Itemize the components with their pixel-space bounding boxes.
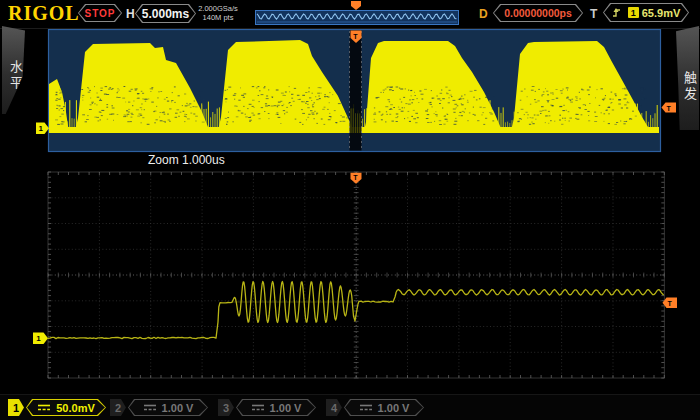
timebase-value: 5.000ms (142, 7, 189, 21)
horizontal-label: H (126, 7, 135, 21)
dc-coupling-icon (143, 404, 157, 411)
zoom-region-window[interactable] (350, 31, 362, 151)
channel-3-badge[interactable]: 3 1.00 V (218, 399, 316, 416)
channel-1-position-marker[interactable]: 1 (33, 333, 48, 345)
svg-text:1: 1 (39, 124, 44, 133)
edge-trigger-icon (612, 7, 625, 18)
channel-1-badge[interactable]: 1 50.0mV (8, 399, 106, 416)
memory-waveform-strip[interactable] (255, 10, 459, 25)
memory-depth: 140M pts (196, 13, 240, 22)
dc-coupling-icon (359, 404, 373, 411)
svg-text:T: T (353, 174, 358, 181)
timebase-badge[interactable]: 5.000ms (135, 4, 196, 23)
channel-2-number: 2 (110, 399, 126, 416)
trigger-position-icon[interactable] (349, 1, 363, 11)
channel-4-number: 4 (326, 399, 342, 416)
trigger-label: T (590, 7, 597, 21)
delay-value: 0.00000000ps (504, 7, 572, 19)
channel-2-badge[interactable]: 2 1.00 V (110, 399, 208, 416)
channel-1-number: 1 (8, 399, 24, 416)
channel-4-scale: 1.00 V (378, 402, 410, 414)
zoom-scale-label: Zoom 1.000us (148, 153, 225, 167)
channel-1-scale: 50.0mV (56, 402, 95, 414)
status-bar: RIGOL STOP H 5.000ms 2.000GSa/s 140M pts… (0, 0, 700, 29)
run-state-badge[interactable]: STOP (78, 4, 122, 22)
svg-text:T: T (353, 33, 358, 40)
trigger-level-marker[interactable]: T (662, 103, 677, 113)
svg-text:T: T (668, 300, 673, 307)
trigger-position-marker[interactable]: T (351, 173, 362, 184)
svg-text:1: 1 (36, 334, 41, 343)
channel-status-bar: 1 50.0mV 2 (0, 394, 700, 420)
acquisition-info: 2.000GSa/s 140M pts (196, 4, 240, 22)
delay-label: D (479, 7, 488, 21)
trigger-info-badge[interactable]: 1 65.9mV (603, 3, 689, 22)
oscilloscope-screen: RIGOL STOP H 5.000ms 2.000GSa/s 140M pts… (0, 0, 700, 420)
sample-rate: 2.000GSa/s (196, 4, 240, 13)
zoomed-out-waveform-window: T 1 T (30, 29, 680, 153)
trigger-level-value: 65.9mV (642, 7, 681, 19)
channel-2-scale: 1.00 V (162, 402, 194, 414)
svg-text:T: T (667, 105, 672, 112)
dc-coupling-icon (251, 404, 265, 411)
trigger-source-badge: 1 (628, 7, 639, 18)
delay-badge[interactable]: 0.00000000ps (493, 4, 583, 22)
graticule (48, 172, 664, 378)
channel-3-scale: 1.00 V (270, 402, 302, 414)
channel-3-number: 3 (218, 399, 234, 416)
run-state-label: STOP (84, 8, 115, 19)
rigol-logo: RIGOL (8, 2, 80, 25)
zoomed-waveform-display: T 1 T (30, 168, 680, 382)
channel-1-position-marker[interactable]: 1 (36, 123, 49, 135)
tab-horizontal-menu[interactable]: 水平 (2, 26, 25, 114)
dc-coupling-icon (37, 404, 51, 411)
channel-4-badge[interactable]: 4 1.00 V (326, 399, 424, 416)
